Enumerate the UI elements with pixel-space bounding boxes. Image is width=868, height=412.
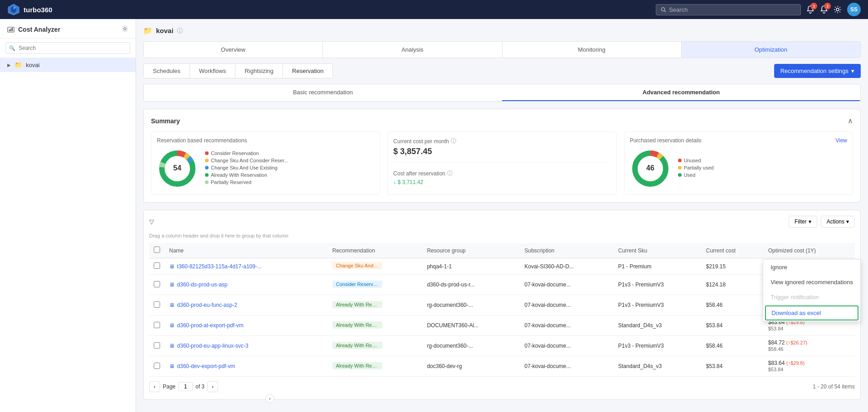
sub-nav-tabs: Schedules Workflows Rightsizing Reservat…	[143, 63, 333, 78]
filter-icon[interactable]: ▽	[149, 218, 154, 225]
col-current-cost[interactable]: Current cost	[702, 243, 764, 258]
row-sku: P1v3 - PremiumV3	[614, 295, 702, 315]
cost-change: (↑$26.27)	[786, 340, 807, 345]
search-bar[interactable]	[656, 4, 801, 15]
extra-cost: $53.84	[768, 367, 784, 372]
prev-page-btn[interactable]: ‹	[149, 381, 160, 392]
sidebar-search	[0, 39, 136, 58]
gear-icon-sidebar	[122, 25, 128, 32]
actions-button[interactable]: Actions ▾	[821, 216, 855, 228]
rec-tab-advanced[interactable]: Advanced recommendation	[502, 84, 860, 101]
collapse-icon[interactable]: ∧	[848, 116, 853, 125]
current-cost-info-icon[interactable]: ⓘ	[451, 137, 456, 145]
page-title: kovai	[156, 27, 173, 34]
notification-badge-1: 3	[810, 3, 817, 10]
svg-point-5	[836, 8, 839, 11]
rec-tab-basic[interactable]: Basic recommendation	[144, 84, 502, 101]
settings-btn[interactable]	[834, 5, 842, 14]
recommendation-badge: Already With Res...	[332, 342, 382, 349]
row-current-cost: $124.18	[702, 275, 764, 295]
row-resource-group: rg-document360-...	[422, 295, 520, 315]
notifications-btn-2[interactable]: 3	[820, 5, 828, 14]
col-current-sku[interactable]: Current Sku	[614, 243, 702, 258]
resource-name-link[interactable]: d360-prod-eu-func-asp-2	[177, 302, 237, 308]
vm-icon: 🖥	[169, 281, 175, 288]
view-link[interactable]: View	[835, 137, 847, 144]
tab-overview[interactable]: Overview	[144, 42, 323, 58]
recommendation-badge: Consider Reserva...	[332, 281, 382, 288]
dropdown-item-ignore[interactable]: Ignore	[763, 260, 860, 275]
row-select-checkbox[interactable]	[154, 301, 160, 308]
row-select-checkbox[interactable]	[154, 342, 160, 349]
row-subscription: 07-kovai-docume...	[520, 315, 614, 336]
row-select-checkbox[interactable]	[154, 281, 160, 287]
top-navigation: turbo360 3 3 S	[0, 0, 868, 19]
filter-button[interactable]: Filter ▾	[789, 216, 817, 228]
cost-card: Current cost per month ⓘ $ 3,857.45 Cost…	[387, 131, 616, 195]
row-recommendation: Already With Res...	[328, 295, 423, 315]
recommendation-settings-button[interactable]: Recommendation settings ▾	[774, 64, 861, 78]
sidebar-collapse-btn[interactable]: ‹	[265, 394, 274, 403]
col-recommendation[interactable]: Recommendation	[328, 243, 423, 258]
table-row: 🖥 d360-prod-eu-func-asp-2 Already With R…	[149, 295, 855, 315]
search-input[interactable]	[669, 6, 796, 13]
after-cost-label: Cost after reservation	[393, 170, 445, 177]
col-resource-group[interactable]: Resource group	[422, 243, 520, 258]
row-select-checkbox[interactable]	[154, 363, 160, 369]
page-input[interactable]	[178, 382, 193, 391]
resource-name-link[interactable]: d360-prod-at-export-pdf-vm	[177, 322, 244, 329]
avatar[interactable]: SS	[847, 3, 861, 16]
actions-chevron-icon: ▾	[846, 218, 849, 225]
tab-rightsizing[interactable]: Rightsizing	[235, 64, 283, 78]
vm-icon: 🖥	[169, 263, 175, 270]
col-optimized-cost[interactable]: Optimized cost (1Y)	[764, 243, 855, 258]
resource-name-link[interactable]: t360-82125d33-115a-4d17-a109-...	[177, 263, 262, 270]
donut-legend-2: Unused Partially used Used	[678, 158, 714, 179]
sidebar: Cost Analyzer ▶ 📁 kovai	[0, 19, 136, 412]
row-current-cost: $58.46	[702, 336, 764, 356]
tab-analysis[interactable]: Analysis	[323, 42, 502, 58]
notifications-btn-1[interactable]: 3	[806, 5, 814, 14]
row-current-cost: $53.84	[702, 356, 764, 377]
row-resource-group: doc360-dev-rg	[422, 356, 520, 377]
tab-reservation[interactable]: Reservation	[283, 64, 332, 78]
purchased-card-title: Purchased reservation details	[630, 137, 702, 144]
col-name[interactable]: Name	[165, 243, 328, 258]
row-checkbox	[149, 275, 165, 295]
row-current-cost: $53.84	[702, 315, 764, 336]
vm-icon: 🖥	[169, 322, 175, 329]
nav-icons: 3 3 SS	[806, 3, 861, 16]
svg-point-7	[124, 28, 126, 30]
next-page-btn[interactable]: ›	[207, 381, 218, 392]
after-cost-info-icon[interactable]: ⓘ	[447, 170, 453, 177]
page-folder-icon: 📁	[143, 26, 152, 35]
sidebar-search-input[interactable]	[5, 42, 130, 54]
row-select-checkbox[interactable]	[154, 262, 160, 269]
dropdown-item-download[interactable]: Download as excel	[765, 305, 858, 320]
logo[interactable]: turbo360	[7, 3, 52, 16]
dropdown-item-trigger: Trigger notification	[763, 290, 860, 305]
tab-schedules[interactable]: Schedules	[144, 64, 190, 78]
table-body: 🖥 t360-82125d33-115a-4d17-a109-... Chang…	[149, 258, 855, 377]
row-recommendation: Already With Res...	[328, 336, 423, 356]
tab-monitoring[interactable]: Monitoring	[502, 42, 682, 58]
page-info-icon[interactable]: ⓘ	[177, 27, 183, 35]
cost-analyzer-icon	[7, 26, 15, 33]
tab-workflows[interactable]: Workflows	[190, 64, 236, 78]
sidebar-title: Cost Analyzer	[7, 26, 60, 33]
sidebar-item-kovai[interactable]: ▶ 📁 kovai	[0, 58, 136, 72]
resource-name-link[interactable]: d360-prod-eu-app-linux-svc-3	[177, 343, 248, 349]
col-subscription[interactable]: Subscription	[520, 243, 614, 258]
sidebar-settings-icon[interactable]	[122, 25, 128, 34]
page-header: 📁 kovai ⓘ	[143, 26, 861, 35]
resource-name-link[interactable]: d360-dev-export-pdf-vm	[177, 363, 235, 369]
dropdown-item-view-ignored[interactable]: View ignored recommendations	[763, 275, 860, 290]
select-all-checkbox[interactable]	[154, 247, 160, 253]
pagination-right: 1 - 20 of 54 items	[813, 383, 855, 390]
toolbar-right: Filter ▾ Actions ▾	[789, 216, 855, 228]
resource-name-link[interactable]: d360-ds-prod-us-asp	[177, 281, 227, 288]
row-optimized-cost: $84.72 (↑$26.27) $58.46	[764, 336, 855, 356]
row-select-checkbox[interactable]	[154, 322, 160, 328]
row-resource-group: DOCUMENT360-Al...	[422, 315, 520, 336]
tab-optimization[interactable]: Optimization	[682, 42, 860, 58]
